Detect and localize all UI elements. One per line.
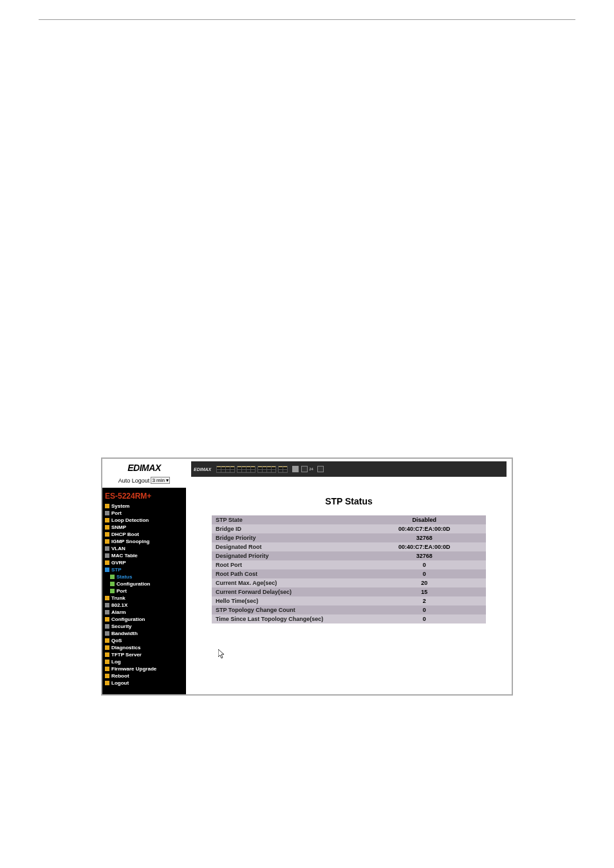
bullet-icon bbox=[105, 610, 109, 614]
bullet-icon bbox=[105, 660, 109, 664]
nav-item-firmware-upgrade[interactable]: Firmware Upgrade bbox=[104, 665, 185, 672]
bullet-icon bbox=[110, 582, 115, 586]
nav-label: Security bbox=[111, 623, 132, 630]
bullet-icon bbox=[105, 525, 109, 530]
nav-item-configuration[interactable]: Configuration bbox=[104, 616, 185, 623]
nav-item-loop-detection[interactable]: Loop Detection bbox=[104, 517, 185, 524]
port-led-icon bbox=[247, 470, 250, 472]
port-led-icon bbox=[217, 466, 221, 469]
port-led-icon bbox=[279, 466, 283, 469]
nav-title: ES-5224RM+ bbox=[104, 492, 185, 503]
bullet-icon bbox=[105, 504, 109, 508]
nav-item-mac-table[interactable]: MAC Table bbox=[104, 552, 185, 559]
nav-label: IGMP Snooping bbox=[111, 538, 149, 545]
nav-label: Loop Detection bbox=[111, 517, 149, 524]
nav-item-dhcp-boot[interactable]: DHCP Boot bbox=[104, 531, 185, 538]
row-value: 0 bbox=[362, 605, 486, 614]
nav-item-igmp-snooping[interactable]: IGMP Snooping bbox=[104, 538, 185, 545]
port-led-icon bbox=[247, 466, 250, 469]
nav-item-qos[interactable]: QoS bbox=[104, 637, 185, 644]
port-led-icon bbox=[251, 470, 255, 472]
table-row: Bridge ID00:40:C7:EA:00:0D bbox=[212, 524, 486, 533]
page-container: EDIMAX Auto Logout 3 min ▾ ES-5224RM+ Sy… bbox=[0, 0, 614, 715]
nav-label: Reboot bbox=[111, 672, 129, 679]
bullet-icon bbox=[110, 575, 115, 579]
port-led-icon bbox=[263, 470, 266, 472]
row-label: Current Forward Delay(sec) bbox=[212, 587, 362, 596]
brand-text: EDIMAX bbox=[127, 463, 160, 473]
nav-label: QoS bbox=[111, 637, 122, 644]
port-led-icon bbox=[283, 470, 287, 472]
sidebar-header: EDIMAX Auto Logout 3 min ▾ bbox=[102, 459, 186, 488]
row-label: Time Since Last Topology Change(sec) bbox=[212, 614, 362, 623]
module-slot-icon bbox=[292, 466, 299, 472]
nav-item-logout[interactable]: Logout bbox=[104, 679, 185, 687]
row-label: STP Topology Change Count bbox=[212, 605, 362, 614]
auto-logout-value: 3 min bbox=[152, 477, 165, 483]
nav-item-tftp-server[interactable]: TFTP Server bbox=[104, 651, 185, 658]
nav-item-diagnostics[interactable]: Diagnostics bbox=[104, 644, 185, 651]
table-row: Designated Priority32768 bbox=[212, 551, 486, 560]
nav-item-stp-port[interactable]: Port bbox=[104, 587, 185, 595]
table-row: Current Max. Age(sec)20 bbox=[212, 578, 486, 587]
port-led-icon bbox=[272, 466, 275, 469]
port-block-4 bbox=[278, 466, 288, 473]
nav-label: Trunk bbox=[111, 595, 126, 602]
nav-item-system[interactable]: System bbox=[104, 503, 185, 510]
brand-logo: EDIMAX bbox=[105, 463, 183, 473]
port-led-icon bbox=[272, 470, 275, 472]
chevron-down-icon: ▾ bbox=[166, 477, 169, 483]
port-led-icon bbox=[263, 466, 266, 469]
row-label: STP State bbox=[212, 515, 362, 524]
nav-label: GVRP bbox=[111, 559, 126, 566]
nav-item-gvrp[interactable]: GVRP bbox=[104, 559, 185, 566]
port-led-icon bbox=[221, 466, 225, 469]
bullet-icon bbox=[110, 589, 115, 593]
port-led-icon bbox=[230, 466, 234, 469]
sidebar: EDIMAX Auto Logout 3 min ▾ ES-5224RM+ Sy… bbox=[102, 459, 186, 694]
bullet-icon bbox=[105, 511, 109, 515]
port-led-icon bbox=[221, 470, 225, 472]
nav-item-vlan[interactable]: VLAN bbox=[104, 545, 185, 552]
module-slot-icon bbox=[301, 466, 308, 472]
row-label: Current Max. Age(sec) bbox=[212, 578, 362, 587]
page-title: STP Status bbox=[212, 496, 486, 506]
port-led-icon bbox=[230, 470, 234, 472]
nav-item-stp-status[interactable]: Status bbox=[104, 573, 185, 580]
cursor-pointer-icon bbox=[218, 649, 226, 662]
row-value: 15 bbox=[362, 587, 486, 596]
row-label: Designated Priority bbox=[212, 551, 362, 560]
bullet-icon bbox=[105, 681, 109, 685]
nav-item-reboot[interactable]: Reboot bbox=[104, 672, 185, 679]
nav-item-bandwidth[interactable]: Bandwidth bbox=[104, 630, 185, 637]
nav-label: System bbox=[111, 503, 129, 510]
row-label: Root Path Cost bbox=[212, 569, 362, 578]
nav-item-8021x[interactable]: 802.1X bbox=[104, 602, 185, 609]
nav-item-port[interactable]: Port bbox=[104, 510, 185, 517]
bullet-icon bbox=[105, 532, 109, 537]
nav-item-log[interactable]: Log bbox=[104, 658, 185, 665]
nav-label: DHCP Boot bbox=[111, 531, 139, 538]
row-label: Bridge ID bbox=[212, 524, 362, 533]
nav-label: STP bbox=[111, 566, 122, 573]
port-block-3 bbox=[257, 466, 276, 473]
nav-item-alarm[interactable]: Alarm bbox=[104, 609, 185, 616]
port-led-icon bbox=[237, 466, 241, 469]
bullet-icon bbox=[105, 596, 109, 600]
port-led-icon bbox=[226, 470, 230, 472]
nav-label: Logout bbox=[111, 679, 129, 687]
nav-item-snmp[interactable]: SNMP bbox=[104, 524, 185, 531]
bullet-icon bbox=[105, 603, 109, 607]
nav-item-trunk[interactable]: Trunk bbox=[104, 595, 185, 602]
nav-item-security[interactable]: Security bbox=[104, 623, 185, 630]
nav-label: SNMP bbox=[111, 524, 126, 531]
top-divider bbox=[39, 19, 575, 20]
table-row: STP StateDisabled bbox=[212, 515, 486, 524]
row-value: 0 bbox=[362, 569, 486, 578]
bullet-icon bbox=[105, 518, 109, 522]
auto-logout-select[interactable]: 3 min ▾ bbox=[151, 477, 170, 484]
row-label: Root Port bbox=[212, 560, 362, 569]
nav-item-stp-configuration[interactable]: Configuration bbox=[104, 580, 185, 587]
nav-item-stp[interactable]: STP bbox=[104, 566, 185, 573]
bullet-icon bbox=[105, 560, 109, 565]
